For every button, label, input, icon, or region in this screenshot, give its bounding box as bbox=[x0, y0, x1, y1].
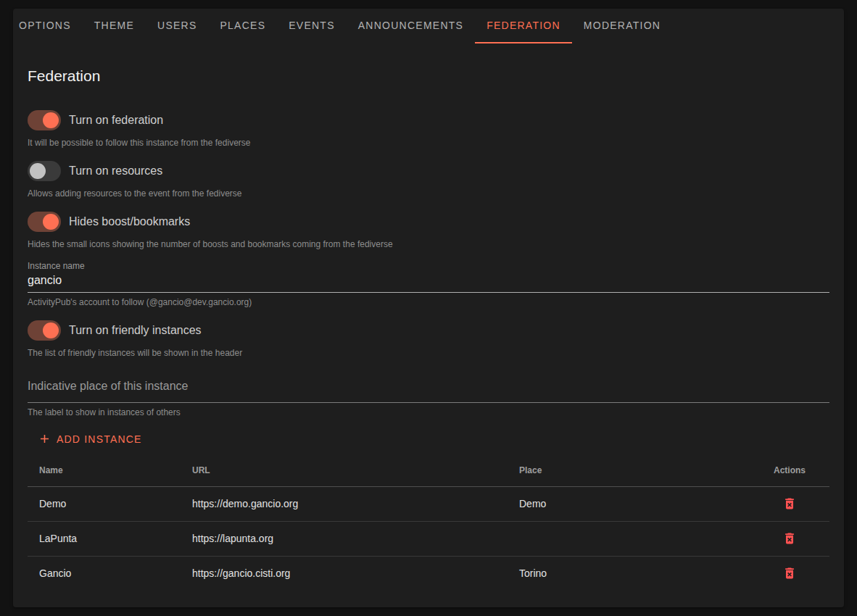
turn-on-friendly-instances-toggle[interactable] bbox=[28, 320, 61, 341]
column-header-url: URL bbox=[181, 454, 508, 486]
instance-place-input[interactable] bbox=[28, 380, 829, 403]
table-row: Demo https://demo.gancio.org Demo bbox=[28, 486, 829, 521]
toggle-thumb bbox=[43, 112, 59, 128]
table-row: Gancio https://gancio.cisti.org Torino bbox=[28, 556, 829, 591]
trusted-instances-table: Name URL Place Actions Demo https://demo… bbox=[28, 454, 829, 591]
resources-toggle-block: Turn on resources Allows adding resource… bbox=[28, 161, 829, 199]
federation-toggle-block: Turn on federation It will be possible t… bbox=[28, 110, 829, 148]
column-header-actions: Actions bbox=[750, 454, 829, 486]
toggle-thumb bbox=[43, 214, 59, 230]
instance-name-cell: LaPunta bbox=[28, 521, 181, 556]
trash-delete-icon bbox=[782, 572, 797, 583]
toggle-hint: Allows adding resources to the event fro… bbox=[28, 188, 829, 199]
add-instance-label: ADD INSTANCE bbox=[57, 433, 142, 445]
instance-name-input[interactable] bbox=[28, 274, 829, 293]
toggle-label: Turn on resources bbox=[69, 165, 162, 178]
tab-moderation[interactable]: MODERATION bbox=[572, 9, 672, 43]
hides-boost-bookmarks-toggle[interactable] bbox=[28, 212, 61, 232]
toggle-label: Turn on friendly instances bbox=[69, 324, 202, 337]
tab-announcements[interactable]: ANNOUNCEMENTS bbox=[347, 9, 475, 43]
tab-options[interactable]: OPTIONS bbox=[13, 9, 83, 43]
federation-settings: Federation Turn on federation It will be… bbox=[13, 68, 844, 591]
tab-places[interactable]: PLACES bbox=[209, 9, 278, 43]
delete-instance-button[interactable] bbox=[781, 565, 798, 582]
instance-name-field-block: Instance name ActivityPub's account to f… bbox=[28, 261, 829, 307]
trash-delete-icon bbox=[782, 502, 797, 513]
toggle-hint: The list of friendly instances will be s… bbox=[28, 348, 829, 358]
friendly-instances-toggle-block: Turn on friendly instances The list of f… bbox=[28, 320, 829, 358]
instance-name-cell: Gancio bbox=[28, 556, 181, 591]
tab-events[interactable]: EVENTS bbox=[277, 9, 347, 43]
instance-url-cell: https://gancio.cisti.org bbox=[181, 556, 508, 591]
tab-theme[interactable]: THEME bbox=[83, 9, 146, 43]
add-instance-button[interactable]: ADD INSTANCE bbox=[29, 426, 151, 451]
turn-on-resources-toggle[interactable] bbox=[28, 161, 61, 181]
instance-place-cell: Torino bbox=[508, 556, 750, 591]
tab-federation[interactable]: FEDERATION bbox=[475, 9, 572, 43]
delete-instance-button[interactable] bbox=[781, 495, 798, 512]
toggle-hint: It will be possible to follow this insta… bbox=[28, 138, 829, 148]
instance-place-cell bbox=[508, 521, 750, 556]
hide-boost-toggle-block: Hides boost/bookmarks Hides the small ic… bbox=[28, 212, 829, 249]
instance-name-cell: Demo bbox=[28, 486, 181, 521]
table-header-row: Name URL Place Actions bbox=[28, 454, 829, 486]
delete-instance-button[interactable] bbox=[781, 530, 798, 547]
instance-url-cell: https://demo.gancio.org bbox=[181, 486, 508, 521]
instance-url-cell: https://lapunta.org bbox=[181, 521, 508, 556]
instance-place-field-block: The label to show in instances of others bbox=[28, 380, 829, 417]
instance-name-hint: ActivityPub's account to follow (@gancio… bbox=[28, 297, 829, 307]
page-title: Federation bbox=[28, 68, 829, 84]
toggle-label: Hides boost/bookmarks bbox=[69, 215, 190, 228]
toggle-thumb bbox=[43, 322, 59, 338]
column-header-name: Name bbox=[28, 454, 181, 486]
turn-on-federation-toggle[interactable] bbox=[28, 110, 61, 130]
admin-tabs: OPTIONS THEME USERS PLACES EVENTS ANNOUN… bbox=[13, 9, 844, 43]
table-row: LaPunta https://lapunta.org bbox=[28, 521, 829, 556]
instance-name-label: Instance name bbox=[28, 261, 829, 271]
trash-delete-icon bbox=[782, 537, 797, 548]
toggle-hint: Hides the small icons showing the number… bbox=[28, 239, 829, 249]
column-header-place: Place bbox=[508, 454, 750, 486]
toggle-label: Turn on federation bbox=[69, 114, 163, 127]
tab-users[interactable]: USERS bbox=[146, 9, 208, 43]
admin-panel-card: OPTIONS THEME USERS PLACES EVENTS ANNOUN… bbox=[13, 9, 844, 607]
instance-place-cell: Demo bbox=[508, 486, 750, 521]
toggle-thumb bbox=[30, 163, 46, 179]
instance-place-hint: The label to show in instances of others bbox=[28, 407, 829, 417]
plus-icon bbox=[38, 432, 51, 446]
